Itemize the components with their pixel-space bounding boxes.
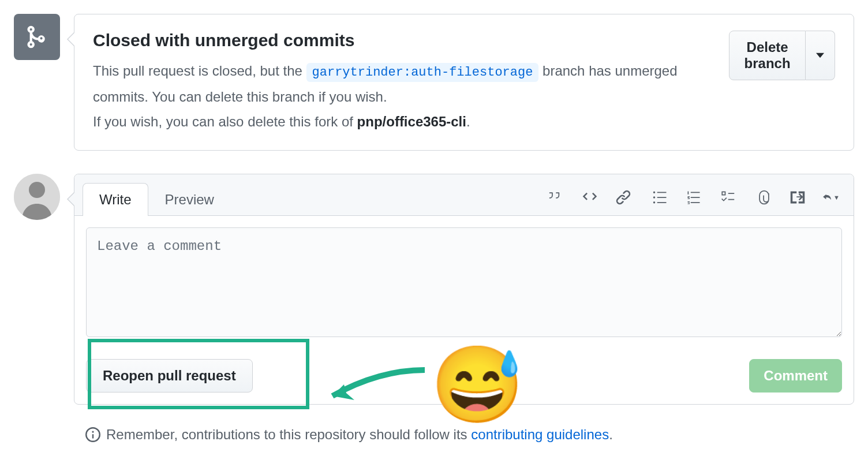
avatar[interactable]	[14, 174, 60, 220]
merge-text-3: If you wish, you can also delete this fo…	[93, 114, 357, 129]
comment-tabbar: Write Preview	[74, 174, 854, 216]
footer-text-2: .	[609, 427, 613, 442]
svg-point-1	[29, 182, 45, 198]
avatar-icon	[14, 174, 60, 220]
ordered-list-icon[interactable]	[685, 189, 702, 206]
merge-text-1: This pull request is closed, but the	[93, 63, 306, 79]
delete-branch-button[interactable]: Delete branch	[729, 31, 806, 80]
unordered-list-icon[interactable]	[652, 189, 669, 206]
contributing-link[interactable]: contributing guidelines	[471, 427, 609, 442]
tab-preview[interactable]: Preview	[148, 183, 231, 216]
merge-box: Closed with unmerged commits This pull r…	[74, 14, 854, 151]
merge-actions: Delete branch	[729, 31, 835, 80]
tab-write[interactable]: Write	[83, 183, 148, 216]
merge-text-4: .	[466, 114, 470, 129]
comment-row: Write Preview	[14, 174, 854, 405]
info-icon	[85, 427, 100, 442]
comment-box: Write Preview	[74, 174, 854, 405]
caret-down-icon	[816, 53, 824, 58]
merge-status-icon	[14, 14, 60, 60]
task-list-icon[interactable]	[719, 189, 736, 206]
footer-note: Remember, contributions to this reposito…	[85, 427, 854, 443]
merge-title: Closed with unmerged commits	[93, 31, 717, 50]
comment-input[interactable]	[86, 227, 842, 337]
cross-reference-icon[interactable]	[789, 189, 806, 206]
quote-icon[interactable]	[548, 189, 565, 206]
fork-repo: pnp/office365-cli	[357, 114, 466, 129]
link-icon[interactable]	[615, 189, 632, 206]
delete-branch-caret-button[interactable]	[806, 31, 835, 80]
code-icon[interactable]	[581, 189, 598, 206]
reply-icon[interactable]: ▼	[822, 189, 840, 206]
branch-tag[interactable]: garrytrinder:auth-filestorage	[306, 63, 539, 82]
merge-status-row: Closed with unmerged commits This pull r…	[14, 14, 854, 151]
reopen-pr-button[interactable]: Reopen pull request	[86, 359, 253, 393]
attach-icon[interactable]	[755, 189, 773, 206]
footer-text-1: Remember, contributions to this reposito…	[106, 427, 471, 442]
md-toolbar: ▼	[548, 189, 845, 215]
comment-button[interactable]: Comment	[749, 359, 842, 393]
git-merge-icon	[24, 24, 50, 50]
